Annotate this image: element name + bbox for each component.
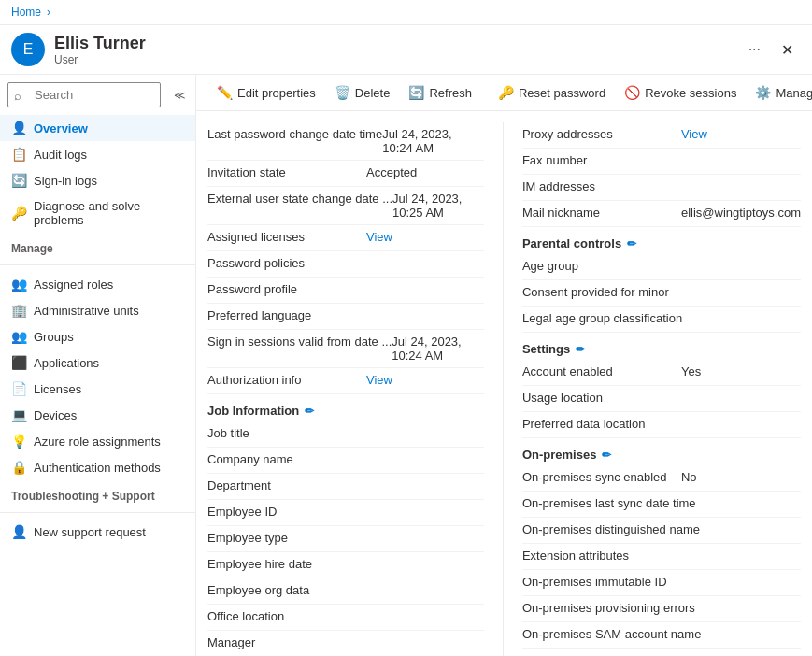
edit-properties-button[interactable]: ✏️ Edit properties	[207, 80, 325, 105]
prop-label-extension-attrs: Extension attributes	[522, 549, 681, 563]
sidebar-item-licenses[interactable]: 📄 Licenses	[0, 376, 195, 402]
prop-invitation: Invitation state Accepted	[207, 161, 484, 187]
auth-methods-icon: 🔒	[11, 460, 26, 475]
parental-edit-icon[interactable]: ✏	[627, 237, 636, 250]
close-button[interactable]: ✕	[774, 37, 801, 63]
sidebar-item-assigned-roles[interactable]: 👥 Assigned roles	[0, 271, 195, 297]
revoke-sessions-button[interactable]: 🚫 Revoke sessions	[615, 80, 746, 105]
prop-label-mail-nickname: Mail nickname	[522, 206, 681, 220]
refresh-button[interactable]: 🔄 Refresh	[399, 80, 481, 105]
parental-controls-header: Parental controls ✏	[522, 227, 801, 254]
reset-password-label: Reset password	[519, 86, 605, 100]
job-info-header: Job Information ✏	[207, 394, 484, 421]
prop-label-usage-location: Usage location	[522, 391, 681, 405]
licenses-icon: 📄	[11, 381, 26, 396]
prop-im-addresses: IM addresses	[522, 175, 801, 201]
delete-button[interactable]: 🗑️ Delete	[325, 80, 400, 105]
sidebar-item-label-audit-logs: Audit logs	[34, 148, 87, 162]
prop-label-employee-org-data: Employee org data	[207, 583, 366, 597]
manage-view-icon: ⚙️	[755, 85, 771, 100]
prop-value-auth-info[interactable]: View	[366, 373, 484, 387]
edit-label: Edit properties	[237, 86, 316, 100]
avatar: E	[11, 33, 45, 66]
prop-external-state: External user state change date ... Jul …	[207, 187, 484, 225]
on-premises-label: On-premises	[522, 448, 596, 462]
prop-office-location: Office location	[207, 605, 484, 631]
sidebar-item-label-devices: Devices	[34, 408, 77, 422]
prop-value-invitation: Accepted	[366, 165, 484, 179]
sidebar-item-label-sign-in-logs: Sign-in logs	[34, 174, 97, 188]
prop-immutable-id: On-premises immutable ID	[522, 570, 801, 596]
settings-edit-icon[interactable]: ✏	[576, 343, 585, 356]
prop-account-enabled: Account enabled Yes	[522, 360, 801, 386]
revoke-label: Revoke sessions	[645, 86, 736, 100]
devices-icon: 💻	[11, 407, 26, 422]
job-info-edit-icon[interactable]: ✏	[305, 405, 314, 418]
breadcrumb-home[interactable]: Home	[11, 6, 41, 19]
job-info-label: Job Information	[207, 404, 299, 418]
sidebar-item-devices[interactable]: 💻 Devices	[0, 402, 195, 428]
sidebar-item-overview[interactable]: 👤 Overview	[0, 115, 195, 141]
prop-value-last-password: Jul 24, 2023, 10:24 AM	[382, 127, 484, 155]
prop-label-provisioning-errors: On-premises provisioning errors	[522, 601, 695, 615]
prop-value-proxy-addresses[interactable]: View	[681, 127, 801, 141]
prop-label-employee-id: Employee ID	[207, 505, 366, 519]
overview-icon: 👤	[11, 121, 26, 135]
prop-preferred-language: Preferred language	[207, 304, 484, 330]
prop-label-invitation: Invitation state	[207, 165, 366, 179]
header-more-button[interactable]: ···	[743, 37, 766, 62]
delete-icon: 🗑️	[335, 85, 350, 100]
sidebar-item-admin-units[interactable]: 🏢 Administrative units	[0, 297, 195, 323]
prop-department: Department	[207, 474, 484, 500]
azure-roles-icon: 💡	[11, 434, 26, 449]
user-name: Ellis Turner	[54, 34, 146, 53]
prop-proxy-addresses: Proxy addresses View	[522, 122, 801, 149]
manage-view-button[interactable]: ⚙️ Manage view	[746, 80, 812, 105]
prop-value-account-enabled: Yes	[681, 364, 801, 378]
prop-last-sync: On-premises last sync date time	[522, 492, 801, 518]
refresh-icon: 🔄	[408, 85, 424, 100]
prop-label-sign-in-sessions: Sign in sessions valid from date ...	[207, 335, 392, 349]
prop-label-proxy-addresses: Proxy addresses	[522, 127, 681, 141]
groups-icon: 👥	[11, 329, 26, 344]
on-premises-header: On-premises ✏	[522, 438, 801, 465]
sidebar-item-label-assigned-roles: Assigned roles	[34, 278, 113, 292]
prop-value-mail-nickname: ellis@wingtiptoys.com	[681, 206, 801, 220]
properties-grid: Last password change date time Jul 24, 2…	[196, 111, 812, 656]
sidebar-item-diagnose[interactable]: 🔑 Diagnose and solve problems	[0, 193, 195, 233]
prop-value-assigned-licenses[interactable]: View	[366, 230, 484, 244]
reset-password-button[interactable]: 🔑 Reset password	[489, 80, 615, 105]
sidebar-item-applications[interactable]: ⬛ Applications	[0, 349, 195, 376]
reset-password-icon: 🔑	[498, 85, 514, 100]
prop-sign-in-sessions: Sign in sessions valid from date ... Jul…	[207, 330, 484, 368]
prop-label-immutable-id: On-premises immutable ID	[522, 575, 681, 589]
sidebar-item-label-azure-roles: Azure role assignments	[34, 435, 161, 449]
on-premises-edit-icon[interactable]: ✏	[602, 449, 611, 462]
col-right: Proxy addresses View Fax number IM addre…	[504, 122, 801, 656]
prop-label-external-state: External user state change date ...	[207, 192, 392, 206]
settings-header: Settings ✏	[522, 333, 801, 360]
prop-assigned-licenses: Assigned licenses View	[207, 225, 484, 251]
sidebar-item-groups[interactable]: 👥 Groups	[0, 323, 195, 349]
prop-label-im-addresses: IM addresses	[522, 179, 681, 193]
prop-label-preferred-data: Preferred data location	[522, 417, 681, 431]
prop-employee-type: Employee type	[207, 526, 484, 552]
breadcrumb: Home ›	[11, 6, 50, 19]
prop-employee-hire-date: Employee hire date	[207, 552, 484, 578]
sidebar-item-auth-methods[interactable]: 🔒 Authentication methods	[0, 454, 195, 480]
search-row: ⌕ ≪	[0, 75, 195, 115]
sidebar-item-sign-in-logs[interactable]: 🔄 Sign-in logs	[0, 167, 195, 193]
prop-label-department: Department	[207, 478, 366, 492]
sidebar-item-audit-logs[interactable]: 📋 Audit logs	[0, 141, 195, 167]
sidebar-item-azure-roles[interactable]: 💡 Azure role assignments	[0, 428, 195, 454]
sidebar-item-new-support[interactable]: 👤 New support request	[0, 519, 195, 545]
prop-legal-age: Legal age group classification	[522, 307, 801, 333]
prop-password-policies: Password policies	[207, 251, 484, 278]
sidebar-item-label-new-support: New support request	[34, 525, 146, 539]
search-input[interactable]	[7, 82, 161, 107]
collapse-button[interactable]: ≪	[168, 85, 192, 106]
content-area: ✏️ Edit properties 🗑️ Delete 🔄 Refresh 🔑…	[196, 75, 812, 656]
audit-logs-icon: 📋	[11, 147, 26, 162]
prop-last-password: Last password change date time Jul 24, 2…	[207, 122, 484, 161]
applications-icon: ⬛	[11, 355, 26, 370]
